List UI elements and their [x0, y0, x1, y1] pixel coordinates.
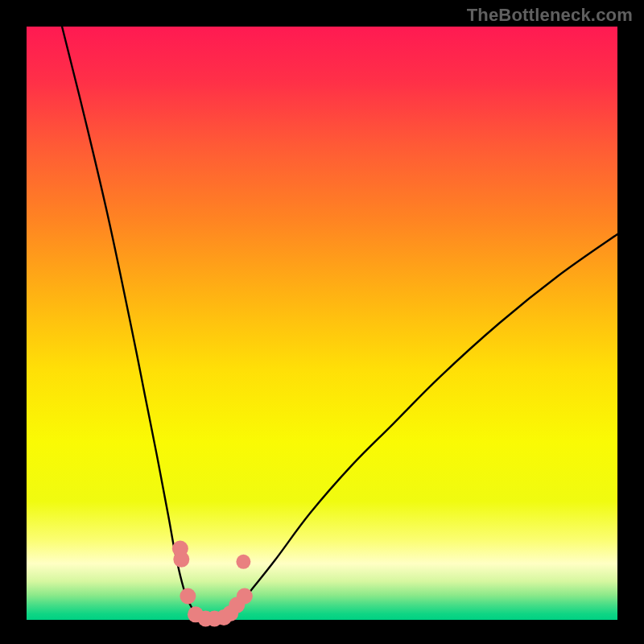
marker-dot: [236, 555, 250, 569]
chart-frame: TheBottleneck.com: [0, 0, 644, 644]
marker-dot: [180, 588, 196, 605]
marker-dot: [173, 551, 189, 568]
gradient-background: [27, 27, 617, 620]
marker-dot: [237, 588, 253, 605]
watermark-text: TheBottleneck.com: [467, 5, 633, 26]
bottleneck-chart: [0, 0, 644, 644]
